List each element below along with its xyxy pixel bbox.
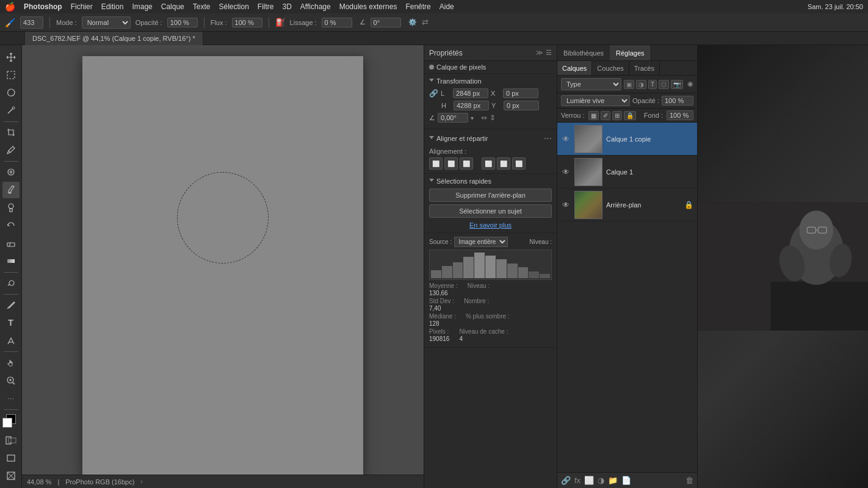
align-left-btn[interactable]: ⬜ bbox=[429, 157, 443, 170]
menu-aide[interactable]: Aide bbox=[439, 2, 454, 11]
text-tool[interactable]: T bbox=[2, 315, 20, 331]
layer-item-calque1[interactable]: 👁 Calque 1 bbox=[557, 156, 697, 188]
add-group-icon[interactable]: 📁 bbox=[608, 476, 618, 485]
eraser-tool[interactable] bbox=[2, 235, 20, 251]
layer-item-arriere-plan[interactable]: 👁 Arrière-plan 🔒 bbox=[557, 188, 697, 221]
flux-value[interactable]: 100 % bbox=[232, 18, 262, 27]
magic-wand-tool[interactable] bbox=[2, 102, 20, 118]
angle-dropdown[interactable]: ▾ bbox=[471, 115, 474, 121]
selectionner-sujet-btn[interactable]: Sélectionner un sujet bbox=[429, 204, 552, 218]
tab-bibliotheques[interactable]: Bibliothèques bbox=[557, 45, 610, 60]
selections-rapides-header[interactable]: Sélections rapides bbox=[429, 178, 552, 185]
panel-menu-icon[interactable]: ☰ bbox=[546, 49, 552, 57]
color-selector[interactable] bbox=[2, 414, 20, 431]
frame-tool[interactable] bbox=[2, 468, 20, 484]
clone-stamp-tool[interactable] bbox=[2, 199, 20, 216]
layer-eye-arriere-plan[interactable]: 👁 bbox=[561, 200, 571, 210]
link-layers-icon[interactable]: 🔗 bbox=[561, 476, 571, 485]
airbrush-icon[interactable]: ⛽ bbox=[275, 18, 285, 27]
align-right-btn[interactable]: ⬜ bbox=[460, 157, 473, 170]
lock-artboard-icon[interactable]: ⊞ bbox=[612, 111, 622, 120]
lock-pixels-icon[interactable]: ▦ bbox=[588, 111, 599, 120]
Y-value[interactable]: 0 px bbox=[504, 101, 539, 110]
align-center-h-btn[interactable]: ⬜ bbox=[444, 157, 458, 170]
en-savoir-plus-link[interactable]: En savoir plus bbox=[429, 221, 552, 229]
dodge-tool[interactable] bbox=[2, 275, 20, 292]
menu-image[interactable]: Image bbox=[132, 2, 152, 11]
eyedropper-tool[interactable] bbox=[2, 142, 20, 159]
menu-modules[interactable]: Modules externes bbox=[339, 2, 397, 11]
more-tools-btn[interactable]: ··· bbox=[2, 390, 20, 406]
source-select[interactable]: Image entière bbox=[454, 237, 508, 247]
layer-eye-calque1[interactable]: 👁 bbox=[561, 167, 571, 177]
subtab-calques[interactable]: Calques bbox=[557, 61, 592, 75]
align-center-v-btn[interactable]: ⬜ bbox=[497, 157, 510, 170]
menu-calque[interactable]: Calque bbox=[161, 2, 184, 11]
add-mask-icon[interactable]: ⬜ bbox=[584, 476, 594, 485]
mode-select[interactable]: Normal bbox=[82, 16, 131, 29]
opacity-value[interactable]: 100 % bbox=[167, 18, 198, 27]
opacity-value[interactable]: 100 % bbox=[662, 96, 693, 106]
quick-mask-btn[interactable] bbox=[2, 432, 20, 449]
menu-filtre[interactable]: Filtre bbox=[258, 2, 274, 11]
symmetry-icon[interactable]: ⇄ bbox=[422, 18, 429, 27]
pen-tool[interactable] bbox=[2, 297, 20, 314]
menu-photoshop[interactable]: Photoshop bbox=[24, 2, 62, 11]
filter-pixel-icon[interactable]: ▣ bbox=[624, 80, 634, 89]
fond-value[interactable]: 100 % bbox=[667, 110, 693, 120]
menu-texte[interactable]: Texte bbox=[193, 2, 211, 11]
add-style-icon[interactable]: fx bbox=[574, 476, 580, 485]
marquee-tool[interactable] bbox=[2, 66, 20, 83]
transformation-header[interactable]: Transformation bbox=[429, 77, 552, 85]
history-brush-tool[interactable] bbox=[2, 217, 20, 234]
filter-text-icon[interactable]: T bbox=[648, 80, 657, 89]
H-value[interactable]: 4288 px bbox=[454, 101, 489, 110]
flip-v-icon[interactable]: ⇕ bbox=[490, 113, 496, 122]
screen-mode-btn[interactable] bbox=[2, 450, 20, 467]
link-icon[interactable]: 🔗 bbox=[429, 89, 438, 98]
flip-h-icon[interactable]: ⇔ bbox=[481, 113, 487, 122]
align-top-btn[interactable]: ⬜ bbox=[482, 157, 495, 170]
blend-mode-select[interactable]: Lumière vive bbox=[561, 95, 630, 106]
layer-eye-calque1copie[interactable]: 👁 bbox=[561, 134, 571, 144]
hand-tool[interactable] bbox=[2, 354, 20, 371]
delete-layer-icon[interactable]: 🗑 bbox=[685, 476, 693, 485]
path-select-tool[interactable] bbox=[2, 332, 20, 349]
lock-all-icon[interactable]: 🔒 bbox=[624, 111, 636, 120]
subtab-couches[interactable]: Couches bbox=[592, 61, 629, 75]
filter-toggle[interactable]: ◉ bbox=[687, 80, 693, 89]
settings-icon[interactable]: ⚙️ bbox=[408, 18, 417, 26]
align-bottom-btn[interactable]: ⬜ bbox=[512, 157, 526, 170]
subtab-traces[interactable]: Tracés bbox=[629, 61, 660, 75]
document-tab[interactable]: DSC_6782.NEF @ 44,1% (Calque 1 copie, RV… bbox=[24, 32, 203, 45]
lock-position-icon[interactable]: ✐ bbox=[601, 111, 610, 120]
menu-fichier[interactable]: Fichier bbox=[71, 2, 93, 11]
L-value[interactable]: 2848 px bbox=[453, 88, 488, 98]
brush-tool[interactable] bbox=[2, 182, 20, 198]
expand-panel-icon[interactable]: ≫ bbox=[536, 49, 543, 57]
canvas-area[interactable]: 44,08 % | ProPhoto RGB (16bpc) › bbox=[22, 45, 424, 488]
angle-value[interactable]: 0° bbox=[371, 18, 401, 27]
menu-fenetre[interactable]: Fenêtre bbox=[405, 2, 430, 11]
zoom-tool[interactable] bbox=[2, 372, 20, 389]
healing-tool[interactable] bbox=[2, 164, 20, 181]
layer-type-select[interactable]: Type bbox=[561, 78, 621, 90]
tab-reglages[interactable]: Réglages bbox=[610, 45, 651, 60]
filter-shape-icon[interactable]: ⬡ bbox=[659, 80, 669, 89]
expand-icon[interactable]: › bbox=[140, 478, 142, 485]
aligner-more[interactable]: ··· bbox=[544, 133, 552, 144]
menu-edition[interactable]: Edition bbox=[101, 2, 124, 11]
add-layer-icon[interactable]: 📄 bbox=[621, 476, 631, 485]
supprimer-arriere-plan-btn[interactable]: Supprimer l'arrière-plan bbox=[429, 188, 552, 202]
aligner-header[interactable]: Aligner et répartir ··· bbox=[429, 133, 552, 144]
X-value[interactable]: 0 px bbox=[503, 88, 538, 98]
lissage-value[interactable]: 0 % bbox=[322, 18, 352, 27]
menu-3d[interactable]: 3D bbox=[283, 2, 292, 11]
panel-header-icons[interactable]: ≫ ☰ bbox=[536, 49, 552, 57]
menu-selection[interactable]: Sélection bbox=[219, 2, 248, 11]
move-tool[interactable] bbox=[2, 49, 20, 65]
angle-value[interactable]: 0,00° bbox=[438, 113, 468, 123]
filter-smart-icon[interactable]: 📷 bbox=[671, 80, 683, 89]
crop-tool[interactable] bbox=[2, 124, 20, 141]
layer-item-calque1copie[interactable]: 👁 Calque 1 copie bbox=[557, 123, 697, 156]
